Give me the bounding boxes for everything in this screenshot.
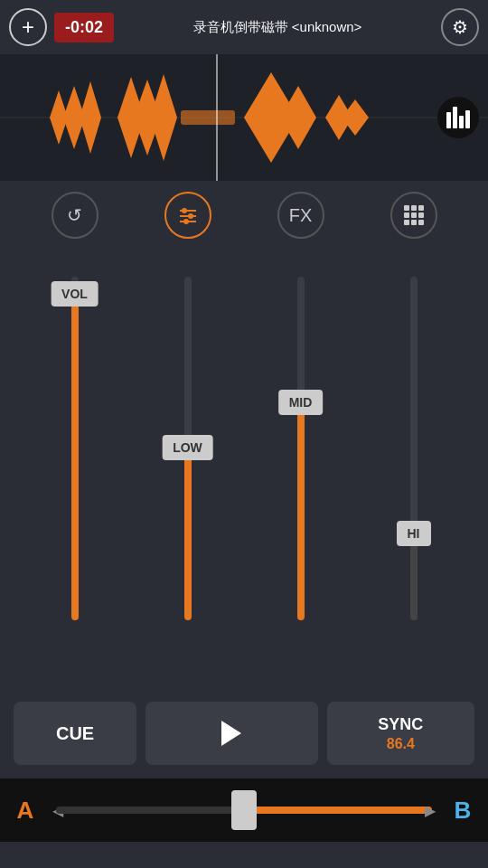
loop-button[interactable]: ↺	[52, 192, 99, 239]
crossfader-label-a: A	[9, 797, 42, 825]
header-bar: + -0:02 录音机倒带磁带 <unknown> ⚙	[0, 0, 488, 54]
mid-thumb[interactable]: MID	[278, 390, 324, 415]
hi-slider-track[interactable]: HI	[410, 277, 418, 620]
vol-fill	[71, 304, 79, 620]
svg-rect-14	[181, 110, 235, 125]
waveform-svg	[0, 54, 488, 181]
hi-thumb[interactable]: HI	[397, 521, 431, 546]
hi-fill	[410, 534, 418, 620]
waveform-mode-button[interactable]	[437, 97, 479, 138]
mid-slider-col: MID	[265, 259, 337, 638]
vol-thumb[interactable]: VOL	[51, 281, 99, 307]
svg-point-29	[183, 219, 189, 224]
mid-slider-track[interactable]: MID	[297, 277, 305, 620]
hi-slider-col: HI	[378, 259, 450, 638]
fx-button[interactable]: FX	[277, 192, 324, 239]
low-slider-col: LOW	[152, 259, 224, 638]
gear-icon: ⚙	[452, 16, 468, 38]
loop-icon: ↺	[67, 204, 82, 226]
waveform-container[interactable]	[0, 54, 488, 181]
vol-slider-track[interactable]: VOL	[71, 277, 79, 620]
plus-icon: +	[22, 14, 34, 40]
sliders-area: VOL LOW MID HI	[0, 250, 488, 665]
play-icon	[221, 721, 241, 746]
sync-label: SYNC	[378, 715, 423, 734]
mid-fill	[297, 399, 305, 620]
low-fill	[184, 444, 192, 620]
low-thumb[interactable]: LOW	[162, 435, 213, 460]
crossfader-track[interactable]	[56, 807, 432, 814]
bottom-buttons: CUE SYNC 86.4	[0, 693, 488, 778]
svg-point-25	[182, 208, 187, 213]
sync-bpm: 86.4	[387, 736, 415, 752]
cue-button[interactable]: CUE	[14, 702, 136, 765]
settings-button[interactable]: ⚙	[441, 8, 479, 46]
vol-slider-col: VOL	[39, 259, 111, 638]
play-button[interactable]	[145, 702, 318, 765]
bars-icon	[446, 107, 470, 128]
track-info: 录音机倒带磁带 <unknown>	[121, 19, 434, 36]
controls-row: ↺ FX	[0, 181, 488, 250]
low-slider-track[interactable]: LOW	[184, 277, 192, 620]
time-display: -0:02	[54, 13, 114, 42]
eq-button[interactable]	[164, 192, 211, 239]
crossfader-bar: A ◀ ▶ B	[0, 778, 488, 842]
svg-point-27	[188, 213, 193, 219]
sync-button[interactable]: SYNC 86.4	[327, 702, 474, 765]
grid-button[interactable]	[390, 192, 437, 239]
crossfader-thumb[interactable]	[231, 790, 257, 830]
grid-icon	[404, 205, 424, 225]
arrow-right-icon: ▶	[425, 802, 436, 819]
eq-section: VOL LOW MID HI	[0, 250, 488, 693]
crossfader-fill	[244, 807, 432, 814]
add-button[interactable]: +	[9, 8, 47, 46]
equalizer-icon	[176, 203, 200, 227]
fx-label: FX	[289, 205, 313, 226]
crossfader-label-b: B	[446, 797, 479, 825]
